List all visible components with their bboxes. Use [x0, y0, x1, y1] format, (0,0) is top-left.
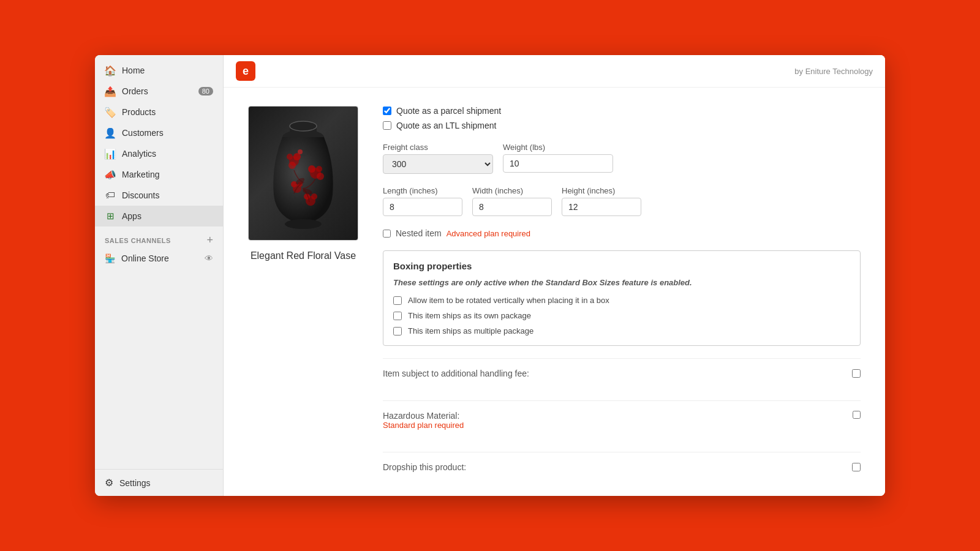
dimensions-row: Length (inches) Width (inches) Height (i…: [383, 186, 861, 216]
boxing-properties-description: These settings are only active when the …: [393, 277, 850, 288]
sidebar-nav: 🏠 Home 📤 Orders 80 🏷️ Products 👤 Custome…: [95, 55, 223, 469]
dropship-checkbox[interactable]: [852, 463, 861, 471]
boxing-checkboxes-list: Allow item to be rotated vertically when…: [393, 296, 850, 335]
additional-handling-row: Item subject to additional handling fee:: [383, 358, 861, 388]
boxing-properties-panel: Boxing properties These settings are onl…: [383, 250, 861, 346]
weight-label: Weight (lbs): [503, 143, 613, 152]
width-input[interactable]: [472, 198, 552, 216]
quote-ltl-label: Quote as an LTL shipment: [396, 121, 496, 130]
products-icon: 🏷️: [105, 107, 116, 118]
freight-weight-row: Freight class 300 Weight (lbs): [383, 143, 861, 174]
additional-handling-checkbox[interactable]: [852, 369, 861, 378]
boxing-own-package-checkbox[interactable]: [393, 312, 402, 320]
length-input[interactable]: [383, 198, 462, 216]
length-group: Length (inches): [383, 186, 462, 216]
analytics-icon: 📊: [105, 148, 116, 159]
quote-ltl-row: Quote as an LTL shipment: [383, 121, 861, 130]
discounts-icon: 🏷: [105, 190, 116, 201]
sidebar-discounts-label: Discounts: [122, 190, 159, 200]
sales-channels-label: SALES CHANNELS: [105, 237, 171, 244]
length-label: Length (inches): [383, 186, 462, 195]
product-image: [248, 106, 358, 241]
width-group: Width (inches): [472, 186, 552, 216]
sidebar-online-store-label: Online Store: [121, 253, 169, 263]
advanced-plan-badge: Advanced plan required: [447, 229, 530, 238]
hazardous-label: Hazardous Material:: [383, 411, 853, 421]
additional-handling-label: Item subject to additional handling fee:: [383, 369, 852, 378]
hazardous-checkbox[interactable]: [853, 411, 861, 419]
shipment-type-group: Quote as a parcel shipment Quote as an L…: [383, 106, 861, 130]
home-icon: 🏠: [105, 65, 116, 76]
svg-point-8: [298, 149, 303, 154]
sidebar-item-settings[interactable]: ⚙ Settings: [105, 477, 213, 489]
height-label: Height (inches): [562, 186, 641, 195]
sidebar-item-home[interactable]: 🏠 Home: [95, 60, 223, 81]
boxing-rotate-label: Allow item to be rotated vertically when…: [408, 296, 609, 305]
dropship-label: Dropship this product:: [383, 462, 852, 472]
sidebar-footer: ⚙ Settings: [95, 469, 223, 496]
sidebar-customers-label: Customers: [122, 128, 164, 138]
sidebar-item-analytics[interactable]: 📊 Analytics: [95, 143, 223, 164]
freight-class-group: Freight class 300: [383, 143, 493, 174]
sidebar-settings-label: Settings: [119, 478, 151, 488]
width-label: Width (inches): [472, 186, 552, 195]
sidebar-item-orders[interactable]: 📤 Orders 80: [95, 81, 223, 102]
quote-parcel-label: Quote as a parcel shipment: [396, 106, 501, 116]
sidebar-item-apps[interactable]: ⊞ Apps: [95, 206, 223, 227]
product-section: Elegant Red Floral Vase: [248, 106, 358, 478]
boxing-checkbox-rotate: Allow item to be rotated vertically when…: [393, 296, 850, 305]
add-sales-channel-icon[interactable]: +: [206, 234, 213, 247]
orders-badge: 80: [198, 87, 213, 96]
sidebar-apps-label: Apps: [122, 211, 141, 221]
sidebar-orders-label: Orders: [122, 86, 148, 96]
svg-point-18: [311, 193, 317, 200]
logo: e: [236, 61, 255, 81]
settings-panel: Quote as a parcel shipment Quote as an L…: [383, 106, 861, 478]
svg-point-11: [316, 166, 322, 172]
dropship-row: Dropship this product:: [383, 452, 861, 482]
sidebar-products-label: Products: [122, 107, 156, 117]
boxing-multiple-package-label: This item ships as multiple package: [408, 326, 533, 335]
svg-point-7: [288, 162, 296, 169]
product-name: Elegant Red Floral Vase: [251, 250, 356, 261]
nested-item-row: Nested item Advanced plan required: [383, 228, 861, 238]
sidebar-item-online-store[interactable]: 🏪 Online Store 👁: [95, 249, 223, 268]
boxing-rotate-checkbox[interactable]: [393, 296, 402, 305]
sidebar-home-label: Home: [122, 66, 145, 75]
boxing-own-package-label: This item ships as its own package: [408, 311, 531, 320]
boxing-checkbox-own-package: This item ships as its own package: [393, 311, 850, 320]
weight-input[interactable]: [503, 154, 613, 173]
sidebar-item-marketing[interactable]: 📣 Marketing: [95, 164, 223, 185]
marketing-icon: 📣: [105, 169, 116, 180]
settings-icon: ⚙: [105, 477, 113, 489]
standard-plan-badge: Standard plan required: [383, 421, 853, 430]
height-input[interactable]: [562, 198, 641, 216]
nested-item-checkbox[interactable]: [383, 230, 391, 238]
svg-point-6: [287, 154, 293, 160]
weight-group: Weight (lbs): [503, 143, 613, 173]
top-bar-brand: by Eniture Technology: [794, 67, 873, 76]
sidebar-item-discounts[interactable]: 🏷 Discounts: [95, 185, 223, 206]
customers-icon: 👤: [105, 127, 116, 138]
sidebar-analytics-label: Analytics: [122, 149, 156, 159]
svg-point-12: [317, 173, 324, 180]
boxing-checkbox-multiple-package: This item ships as multiple package: [393, 326, 850, 335]
nested-item-label: Nested item: [396, 228, 442, 238]
sidebar-item-products[interactable]: 🏷️ Products: [95, 102, 223, 122]
freight-class-select[interactable]: 300: [383, 154, 493, 174]
quote-parcel-row: Quote as a parcel shipment: [383, 106, 861, 116]
orders-icon: 📤: [105, 86, 116, 97]
main-content: e by Eniture Technology: [224, 55, 885, 496]
sidebar-marketing-label: Marketing: [122, 170, 159, 179]
freight-class-label: Freight class: [383, 143, 493, 152]
quote-parcel-checkbox[interactable]: [383, 107, 391, 115]
sidebar-item-customers[interactable]: 👤 Customers: [95, 122, 223, 143]
apps-icon: ⊞: [105, 211, 116, 222]
app-window: 🏠 Home 📤 Orders 80 🏷️ Products 👤 Custome…: [95, 55, 885, 496]
eye-icon[interactable]: 👁: [205, 253, 213, 263]
hazardous-material-row: Hazardous Material: Standard plan requir…: [383, 400, 861, 440]
boxing-multiple-package-checkbox[interactable]: [393, 327, 402, 335]
boxing-properties-title: Boxing properties: [393, 261, 850, 271]
quote-ltl-checkbox[interactable]: [383, 121, 391, 130]
sidebar: 🏠 Home 📤 Orders 80 🏷️ Products 👤 Custome…: [95, 55, 224, 496]
